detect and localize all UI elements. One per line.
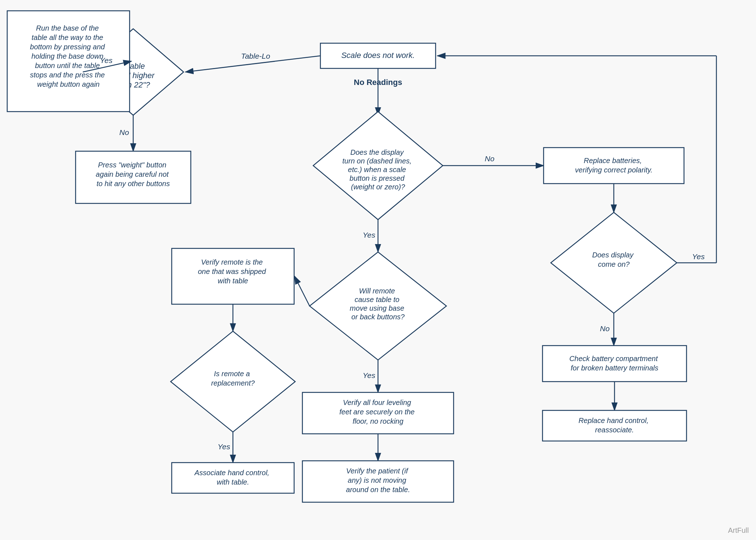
arrow-remote-left (294, 276, 310, 306)
label-yes-down2: Yes (363, 371, 375, 379)
label-no-down: No (120, 128, 129, 136)
replace-batteries-box (544, 148, 684, 184)
run-base-label: Run the base of the table all the way to… (30, 24, 107, 88)
label-yes-replacement: Yes (217, 442, 230, 451)
label-yes-left: Yes (100, 56, 113, 64)
check-battery-box (543, 346, 687, 382)
press-weight-label: Press "weight" button again being carefu… (96, 161, 171, 188)
diamond-display-on-label: Does the display turn on (dashed lines, … (342, 148, 414, 191)
label-no-right1: No (485, 154, 495, 163)
verify-patient-label: Verify the patient (if any) is not movin… (346, 467, 410, 494)
label-yes-down1: Yes (363, 231, 375, 239)
watermark: ArtFull (728, 526, 749, 534)
label-table-lo: Table-Lo (241, 52, 270, 60)
label-no-down2: No (600, 324, 610, 333)
label-yes-top-right: Yes (692, 252, 705, 261)
scale-no-work-label: Scale does not work. (341, 51, 415, 60)
verify-remote-box (172, 248, 294, 304)
